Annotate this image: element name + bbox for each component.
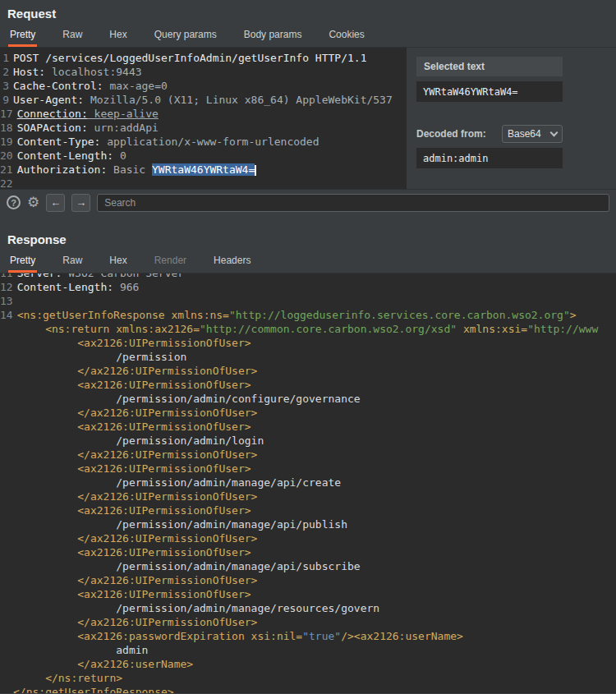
line-number: 21 (0, 163, 17, 177)
line-number: 3 (0, 79, 13, 93)
tab-pretty[interactable]: Pretty (8, 251, 37, 273)
request-title: Request (0, 0, 616, 26)
line-number (0, 336, 13, 350)
code-line: 22 (0, 177, 407, 189)
code-line: </ax2126:UIPermissionOfUser> (0, 531, 616, 545)
code-line: 13 (0, 294, 616, 308)
previous-match-button[interactable]: ← (46, 194, 65, 212)
code-line: 9User-Agent: Mozilla/5.0 (X11; Linux x86… (0, 93, 407, 107)
code-line: </ns:getUserInfoResponse> (0, 685, 616, 693)
response-panel: Response PrettyRawHexRenderHeaders 11Ser… (0, 226, 616, 693)
line-number: 22 (0, 177, 17, 189)
line-number (0, 448, 13, 462)
selected-text-section-header[interactable]: Selected text (416, 57, 563, 76)
line-number (0, 420, 13, 434)
response-editor-content: 11Server: WSO2 Carbon Server12Content-Le… (0, 273, 616, 693)
request-editor[interactable]: 1POST /services/LoggedUserInfoAdmin/getU… (0, 48, 407, 189)
decoded-from-row: Decoded from: Base64 (416, 125, 563, 143)
tab-render: Render (153, 251, 188, 273)
decoded-from-label: Decoded from: (416, 128, 486, 140)
line-number: 2 (0, 65, 13, 79)
next-match-button[interactable]: → (71, 194, 90, 212)
code-line: /permission/admin/manage/api/create (0, 476, 616, 489)
line-number: 13 (0, 294, 17, 308)
code-line: /permission/admin/login (0, 434, 616, 448)
request-panel: Request PrettyRawHexQuery paramsBody par… (0, 0, 616, 215)
code-line: <ax2126:UIPermissionOfUser> (0, 462, 616, 476)
code-line: /permission/admin/manage/resources/gover… (0, 601, 616, 615)
line-number (0, 643, 13, 657)
tab-raw[interactable]: Raw (61, 25, 84, 47)
response-tabs: PrettyRawHexRenderHeaders (0, 252, 616, 273)
chevron-down-icon (550, 128, 559, 136)
line-number (0, 476, 13, 489)
selected-text-value[interactable]: YWRtaW46YWRtaW4= (416, 81, 563, 102)
gear-icon[interactable]: ⚙ (27, 195, 39, 209)
code-line: 17Connection: keep-alive (0, 107, 407, 121)
code-line: /permission (0, 350, 616, 364)
code-line: <ax2126:UIPermissionOfUser> (0, 503, 616, 517)
search-input[interactable] (97, 194, 609, 212)
tab-raw[interactable]: Raw (61, 251, 84, 273)
code-line: </ns:return> (0, 671, 616, 685)
code-line: </ax2126:UIPermissionOfUser> (0, 406, 616, 420)
code-line: 20Content-Length: 0 (0, 149, 407, 163)
code-line: /permission/admin/manage/api/publish (0, 517, 616, 531)
line-number (0, 462, 13, 476)
response-title: Response (0, 226, 616, 252)
inspector-panel: Selected text YWRtaW46YWRtaW4= Decoded f… (407, 48, 616, 189)
code-line: /permission/admin/configure/governance (0, 392, 616, 406)
line-number (0, 322, 13, 336)
code-line: 18SOAPAction: urn:addApi (0, 121, 407, 135)
code-line: <ax2126:UIPermissionOfUser> (0, 420, 616, 434)
line-number (0, 517, 13, 531)
code-line: 21Authorization: Basic YWRtaW46YWRtaW4= (0, 163, 407, 177)
line-number (0, 364, 13, 378)
code-line: <ns:return xmlns:ax2126="http://common.c… (0, 322, 616, 336)
code-line: <ax2126:UIPermissionOfUser> (0, 336, 616, 350)
code-line: 19Content-Type: application/x-www-form-u… (0, 135, 407, 149)
code-line: </ax2126:UIPermissionOfUser> (0, 448, 616, 462)
line-number: 14 (0, 308, 17, 322)
code-line: 14<ns:getUserInfoResponse xmlns:ns="http… (0, 308, 616, 322)
code-line: <ax2126:UIPermissionOfUser> (0, 378, 616, 392)
tab-hex[interactable]: Hex (108, 25, 128, 47)
line-number (0, 392, 13, 406)
line-number (0, 406, 13, 420)
line-number (0, 545, 13, 559)
selected-text-label: Selected text (424, 61, 485, 72)
request-body-row: 1POST /services/LoggedUserInfoAdmin/getU… (0, 48, 616, 189)
decoded-from-select[interactable]: Base64 (502, 125, 563, 143)
code-line: 11Server: WSO2 Carbon Server (0, 273, 616, 280)
line-number: 19 (0, 135, 17, 149)
code-line: </ax2126:UIPermissionOfUser> (0, 615, 616, 629)
help-icon[interactable]: ? (7, 195, 21, 209)
decoded-value[interactable]: admin:admin (416, 148, 563, 168)
tab-hex[interactable]: Hex (108, 251, 128, 273)
code-line: </ax2126:userName> (0, 657, 616, 671)
line-number (0, 531, 13, 545)
line-number: 17 (0, 107, 17, 121)
tab-body-params[interactable]: Body params (242, 25, 304, 47)
line-number (0, 434, 13, 448)
line-number: 11 (0, 273, 17, 280)
line-number (0, 489, 13, 503)
code-line: <ax2126:UIPermissionOfUser> (0, 545, 616, 559)
code-line: </ax2126:UIPermissionOfUser> (0, 573, 616, 587)
line-number (0, 350, 13, 364)
line-number (0, 657, 13, 671)
line-number (0, 601, 13, 615)
line-number (0, 503, 13, 517)
code-line: admin (0, 643, 616, 657)
search-toolbar: ? ⚙ ← → (0, 189, 616, 215)
line-number: 20 (0, 149, 17, 163)
tab-cookies[interactable]: Cookies (327, 25, 365, 47)
code-line: </ax2126:UIPermissionOfUser> (0, 489, 616, 503)
tab-headers[interactable]: Headers (212, 251, 252, 273)
tab-pretty[interactable]: Pretty (8, 25, 37, 47)
request-tabs: PrettyRawHexQuery paramsBody paramsCooki… (0, 26, 616, 48)
tab-query-params[interactable]: Query params (153, 25, 218, 47)
response-editor[interactable]: 11Server: WSO2 Carbon Server12Content-Le… (0, 273, 616, 693)
line-number (0, 629, 13, 643)
code-line: <ax2126:passwordExpiration xsi:nil="true… (0, 629, 616, 643)
